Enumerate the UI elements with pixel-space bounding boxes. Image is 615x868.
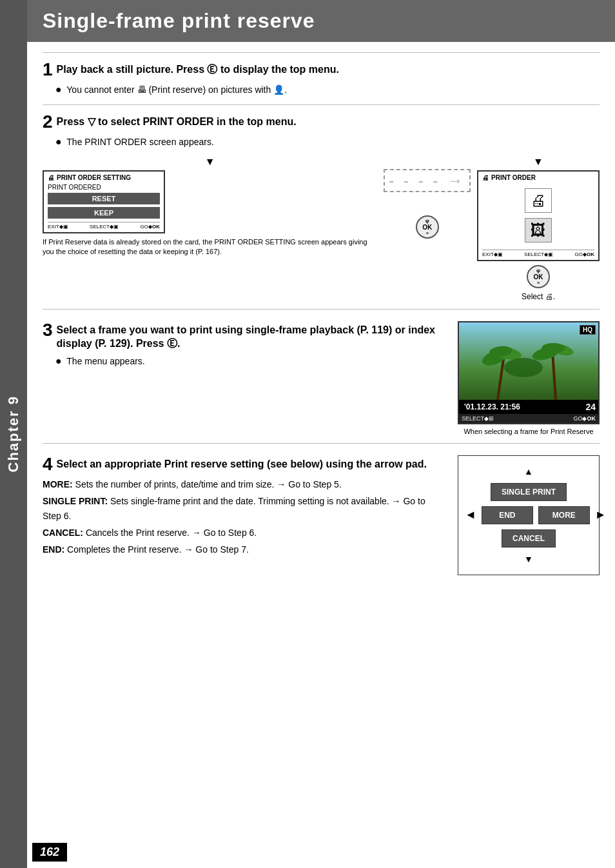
main-content: Single-frame print reserve 1 Play back a… — [27, 0, 615, 593]
step4-end: END: Completes the Print reserve. → Go t… — [43, 542, 446, 557]
down-arrow-2: ▼ — [533, 156, 543, 168]
screen2-select: SELECT◆▣ — [524, 252, 553, 257]
menu-right-arrow: ► — [595, 508, 607, 522]
ok-icon-label-2: ψ — [536, 268, 540, 273]
step3-section: 3 Select a frame you want to print using… — [43, 309, 600, 443]
ok-text: OK — [422, 224, 432, 231]
step1-header: 1 Play back a still picture. Press Ⓔ to … — [43, 61, 600, 79]
camera-screen: HQ '01.12.23. 21:56 24 SELECT◆⊞ GO◆OK — [458, 321, 600, 424]
screen1-title: PRINT ORDER SETTING — [57, 174, 131, 181]
step2-description: If Print Reserve data is already stored … — [43, 237, 377, 257]
camera-controls: SELECT◆⊞ GO◆OK — [459, 414, 598, 423]
step2-section: 2 Press ▽ to select PRINT ORDER in the t… — [43, 104, 600, 308]
end-btn: END — [482, 506, 533, 524]
ok-button-icon-2: ψ OK ≡ — [527, 265, 550, 288]
step4-left: 4 Select an appropriate Print reserve se… — [43, 455, 446, 557]
step4-right: ▲ SINGLE PRINT ◄ END MORE ► CANCEL — [458, 455, 600, 575]
step3-number: 3 — [43, 321, 53, 339]
step3-header: 3 Select a frame you want to print using… — [43, 321, 446, 351]
screen2-topbar: 🖨 PRINT ORDER — [482, 174, 594, 181]
cancel-btn: CANCEL — [502, 529, 556, 547]
screen1-subtitle: PRINT ORDERED — [48, 183, 160, 192]
page-number: 162 — [32, 843, 67, 862]
step2-header: 2 Press ▽ to select PRINT ORDER in the t… — [43, 113, 600, 131]
svg-point-9 — [504, 358, 543, 377]
more-btn: MORE — [538, 506, 590, 524]
chapter-tab: Chapter 9 — [0, 0, 27, 868]
go-control: GO◆OK — [573, 415, 596, 422]
print-menu-diagram: ▲ SINGLE PRINT ◄ END MORE ► CANCEL — [458, 455, 600, 575]
menu-mid-row: ◄ END MORE ► — [465, 506, 592, 524]
screen2-icons: 🖨 🖼 — [482, 183, 594, 248]
screen2-bottombar: EXIT◆▣ SELECT◆▣ GO◆OK — [482, 250, 594, 257]
step3-left: 3 Select a frame you want to print using… — [43, 321, 446, 369]
screen1-keep-btn: KEEP — [48, 207, 160, 219]
screen2-title: PRINT ORDER — [491, 174, 536, 181]
step3-caption: When selecting a frame for Print Reserve — [458, 428, 600, 435]
svg-point-8 — [542, 343, 565, 353]
screen1-select: SELECT◆▣ — [90, 224, 119, 230]
palm-trees-bg: HQ — [459, 322, 598, 400]
select-caption: Select 🖨. — [522, 292, 555, 301]
dashed-arrow-line: - - - - → — [384, 169, 471, 192]
timestamp: '01.12.23. 21:56 — [462, 401, 523, 413]
step4-cancel: CANCEL: Cancels the Print reserve. → Go … — [43, 526, 446, 540]
screen1-topbar: 🖨 PRINT ORDER SETTING — [48, 174, 160, 181]
content-body: 1 Play back a still picture. Press Ⓔ to … — [27, 42, 615, 593]
step3-content: 3 Select a frame you want to print using… — [43, 321, 600, 435]
ok-btn-area-2: ψ OK ≡ — [527, 265, 550, 288]
ok-button-icon: ψ OK ≡ — [416, 215, 439, 239]
step2-left-area: ▼ 🖨 PRINT ORDER SETTING PRINT ORDERED RE… — [43, 156, 377, 257]
screen1-go: GO◆OK — [141, 224, 160, 230]
ok-btn-area: ψ OK ≡ — [416, 215, 439, 239]
print-icon-2: 🖼 — [525, 218, 552, 242]
page-header: Single-frame print reserve — [27, 0, 615, 42]
screen2-go: GO◆OK — [575, 252, 594, 257]
ok-icon-label: ψ — [425, 219, 429, 224]
step1-number: 1 — [43, 61, 53, 79]
step1-bullet: ● You cannot enter 🖶 (Print reserve) on … — [55, 83, 600, 97]
screen1-exit: EXIT◆▣ — [48, 224, 68, 230]
step4-heading: Select an appropriate Print reserve sett… — [57, 455, 427, 471]
step3-bullet: ● The menu appears. — [55, 354, 446, 368]
ok-text-2: OK — [534, 273, 543, 281]
screen1-icon: 🖨 — [48, 174, 54, 181]
step1-section: 1 Play back a still picture. Press Ⓔ to … — [43, 52, 600, 104]
step1-heading: Play back a still picture. Press Ⓔ to di… — [57, 61, 339, 77]
screen1-mockup: 🖨 PRINT ORDER SETTING PRINT ORDERED RESE… — [43, 170, 165, 233]
palm-trees-svg — [459, 322, 600, 400]
down-arrow-1: ▼ — [43, 156, 377, 168]
hq-badge: HQ — [580, 325, 596, 335]
ok-icon-extra-2: ≡ — [537, 281, 540, 285]
chapter-label: Chapter 9 — [5, 395, 22, 472]
step4-number: 4 — [43, 455, 53, 473]
step2-bullet: ● The PRINT ORDER screen appears. — [55, 135, 600, 149]
screen2-icon: 🖨 — [482, 174, 489, 181]
ok-icon-extra: ≡ — [426, 231, 429, 235]
step2-heading: Press ▽ to select PRINT ORDER in the top… — [57, 113, 297, 129]
step2-middle-area: - - - - → ψ OK ≡ — [384, 156, 471, 239]
menu-up-arrow: ▲ — [524, 466, 533, 477]
menu-left-arrow: ◄ — [465, 508, 476, 522]
menu-down-arrow: ▼ — [524, 554, 533, 564]
screen2-exit: EXIT◆▣ — [482, 252, 503, 257]
step2-number: 2 — [43, 113, 53, 131]
frame-number: 24 — [585, 402, 596, 412]
step4-more: MORE: Sets the number of prints, date/ti… — [43, 477, 446, 491]
single-print-btn: SINGLE PRINT — [491, 483, 567, 501]
step4-content: 4 Select an appropriate Print reserve se… — [43, 455, 600, 575]
step2-right-area: ▼ 🖨 PRINT ORDER 🖨 🖼 EXIT◆▣ — [477, 156, 600, 301]
screen1-reset-btn: RESET — [48, 193, 160, 204]
step4-section: 4 Select an appropriate Print reserve se… — [43, 443, 600, 583]
screen2-mockup: 🖨 PRINT ORDER 🖨 🖼 EXIT◆▣ SELECT◆▣ GO◆OK — [477, 170, 600, 261]
step4-header: 4 Select an appropriate Print reserve se… — [43, 455, 446, 473]
select-control: SELECT◆⊞ — [462, 415, 494, 422]
screen1-bottombar: EXIT◆▣ SELECT◆▣ GO◆OK — [48, 222, 160, 230]
step4-items: MORE: Sets the number of prints, date/ti… — [43, 477, 446, 557]
step3-heading: Select a frame you want to print using s… — [57, 321, 446, 351]
page-title: Single-frame print reserve — [43, 9, 600, 33]
step4-single: SINGLE PRINT: Sets single-frame print an… — [43, 494, 446, 523]
camera-bottom-bar: '01.12.23. 21:56 24 — [459, 400, 598, 414]
print-icon-1: 🖨 — [525, 188, 552, 213]
step3-right: HQ '01.12.23. 21:56 24 SELECT◆⊞ GO◆OK Wh… — [458, 321, 600, 435]
